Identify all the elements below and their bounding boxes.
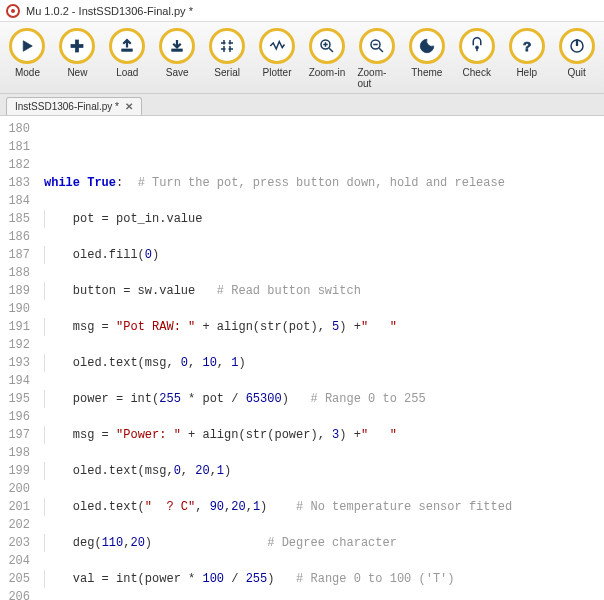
tab-bar: InstSSD1306-Final.py * ✕ [0, 94, 604, 116]
theme-icon [409, 28, 445, 64]
tab-label: InstSSD1306-Final.py * [15, 101, 119, 112]
quit-icon [559, 28, 595, 64]
svg-rect-2 [71, 45, 83, 48]
svg-line-10 [379, 48, 383, 52]
mode-button[interactable]: Mode [8, 28, 47, 89]
help-button[interactable]: ?Help [507, 28, 546, 89]
line-number-gutter: 1801811821831841851861871881891901911921… [0, 116, 38, 600]
load-icon [109, 28, 145, 64]
save-icon [159, 28, 195, 64]
serial-button[interactable]: Serial [208, 28, 247, 89]
mode-icon [9, 28, 45, 64]
plotter-button[interactable]: Plotter [258, 28, 297, 89]
zoomout-button[interactable]: Zoom-out [357, 28, 396, 89]
plotter-icon [259, 28, 295, 64]
save-button[interactable]: Save [158, 28, 197, 89]
toolbar: Mode New Load Save Serial Plotter Zoom-i… [0, 22, 604, 94]
svg-line-6 [329, 48, 333, 52]
plus-icon [59, 28, 95, 64]
new-button[interactable]: New [58, 28, 97, 89]
close-icon[interactable]: ✕ [125, 101, 133, 112]
theme-button[interactable]: Theme [407, 28, 446, 89]
zoomout-icon [359, 28, 395, 64]
window-title: Mu 1.0.2 - InstSSD1306-Final.py * [26, 5, 193, 17]
svg-text:?: ? [523, 39, 531, 54]
titlebar: Mu 1.0.2 - InstSSD1306-Final.py * [0, 0, 604, 22]
app-icon [6, 4, 20, 18]
tab-file[interactable]: InstSSD1306-Final.py * ✕ [6, 97, 142, 115]
editor[interactable]: 1801811821831841851861871881891901911921… [0, 116, 604, 600]
check-button[interactable]: Check [457, 28, 496, 89]
svg-rect-3 [122, 49, 133, 51]
zoomin-icon [309, 28, 345, 64]
load-button[interactable]: Load [108, 28, 147, 89]
svg-rect-4 [172, 49, 183, 51]
help-icon: ? [509, 28, 545, 64]
check-icon [459, 28, 495, 64]
zoomin-button[interactable]: Zoom-in [308, 28, 347, 89]
code-area[interactable]: while True: # Turn the pot, press button… [38, 116, 604, 600]
svg-marker-0 [24, 41, 33, 52]
quit-button[interactable]: Quit [557, 28, 596, 89]
serial-icon [209, 28, 245, 64]
